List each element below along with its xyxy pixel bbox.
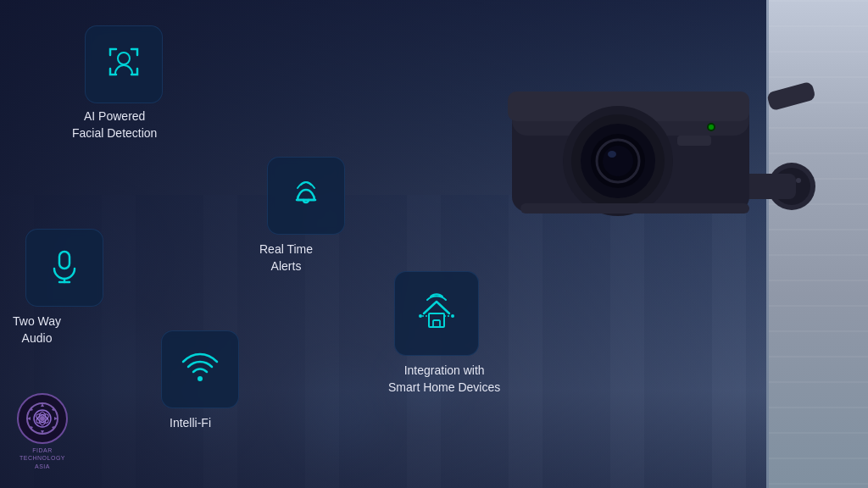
microphone-icon	[44, 245, 85, 286]
wifi-icon	[180, 347, 220, 387]
svg-rect-22	[59, 252, 70, 269]
svg-rect-27	[433, 320, 440, 327]
facial-detection-label: AI Powered Facial Detection	[72, 108, 157, 141]
svg-point-15	[603, 146, 633, 176]
camera	[461, 25, 817, 313]
brand-logo: FIDAR TECHNOLOGY ASIA	[17, 393, 68, 471]
svg-point-19	[709, 125, 714, 130]
facial-detection-box	[85, 25, 163, 103]
intelli-fi-label: Intelli-Fi	[170, 415, 211, 432]
svg-point-37	[40, 416, 45, 421]
real-time-alerts-box	[267, 157, 345, 235]
svg-point-25	[198, 376, 203, 381]
two-way-audio-box	[25, 229, 103, 307]
smart-home-box	[394, 271, 479, 356]
svg-rect-17	[677, 136, 711, 146]
smart-home-icon	[414, 288, 459, 334]
smart-home-label: Integration with Smart Home Devices	[388, 363, 500, 396]
svg-point-29	[451, 314, 454, 318]
bell-icon	[286, 173, 326, 214]
two-way-audio-label: Two Way Audio	[13, 313, 61, 347]
svg-rect-20	[520, 203, 749, 214]
intelli-fi-box	[161, 330, 239, 408]
svg-point-4	[796, 178, 801, 183]
svg-point-21	[118, 53, 130, 64]
svg-rect-0	[766, 81, 816, 111]
face-scan-icon	[103, 42, 144, 82]
brand-name: FIDAR TECHNOLOGY ASIA	[19, 446, 65, 471]
svg-point-28	[419, 314, 422, 318]
real-time-alerts-label: Real Time Alerts	[259, 241, 313, 274]
svg-point-16	[608, 151, 616, 158]
logo-circle	[17, 393, 68, 444]
